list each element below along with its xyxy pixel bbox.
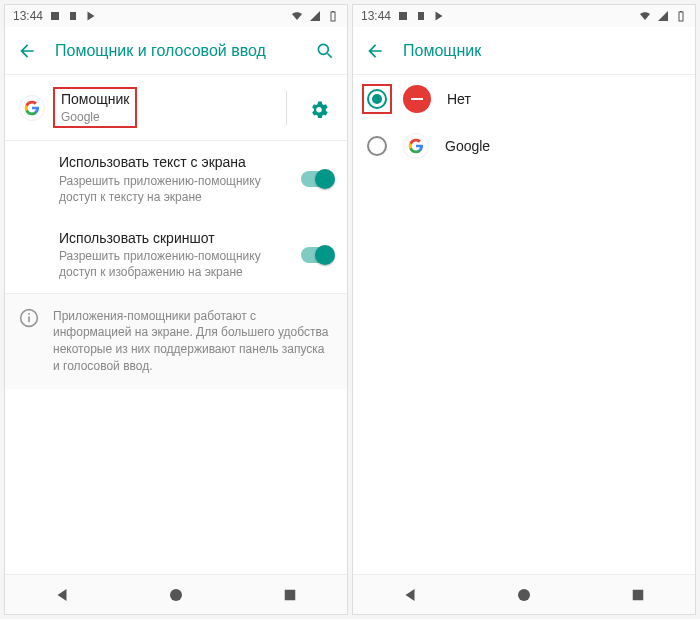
radio-selected[interactable]	[367, 89, 387, 109]
phone-right: 13:44 Помощник Нет	[352, 4, 696, 615]
svg-rect-1	[331, 12, 335, 21]
gear-icon	[308, 97, 330, 119]
nav-back-icon[interactable]	[53, 586, 71, 604]
page-title: Помощник и голосовой ввод	[55, 42, 297, 60]
back-button[interactable]	[361, 37, 389, 65]
wifi-icon	[639, 10, 651, 22]
svg-rect-10	[679, 12, 683, 21]
notification-icon	[49, 10, 61, 22]
option-google-row[interactable]: Google	[353, 123, 695, 169]
info-text: Приложения-помощники работают с информац…	[53, 308, 333, 375]
notification-icon	[415, 10, 427, 22]
radio-unselected[interactable]	[367, 136, 387, 156]
svg-point-12	[518, 589, 530, 601]
status-time: 13:44	[361, 9, 391, 23]
svg-point-7	[170, 589, 182, 601]
nav-bar	[353, 574, 695, 614]
google-logo-icon	[403, 133, 429, 159]
use-screenshot-toggle[interactable]	[301, 247, 333, 263]
nav-home-icon[interactable]	[515, 586, 533, 604]
svg-rect-9	[399, 12, 407, 20]
divider	[286, 91, 287, 125]
svg-rect-6	[28, 313, 30, 315]
highlight-box: Помощник Google	[53, 87, 137, 128]
option-none-label: Нет	[447, 91, 471, 107]
option-google-label: Google	[445, 138, 490, 154]
phone-left: 13:44 Помощник и голосовой ввод	[4, 4, 348, 615]
assistant-title: Помощник	[61, 90, 129, 108]
play-icon	[85, 10, 97, 22]
status-time: 13:44	[13, 9, 43, 23]
use-text-row[interactable]: Использовать текст с экрана Разрешить пр…	[5, 141, 347, 217]
svg-rect-2	[332, 11, 334, 12]
info-icon	[19, 308, 39, 328]
use-text-sub: Разрешить приложению-помощнику доступ к …	[59, 173, 287, 205]
status-bar: 13:44	[5, 5, 347, 27]
wifi-icon	[291, 10, 303, 22]
svg-rect-8	[285, 589, 296, 600]
assistant-app-row[interactable]: Помощник Google	[5, 75, 347, 141]
nav-recent-icon[interactable]	[281, 586, 299, 604]
search-icon	[315, 41, 335, 61]
use-screenshot-row[interactable]: Использовать скриншот Разрешить приложен…	[5, 217, 347, 293]
search-button[interactable]	[311, 37, 339, 65]
battery-icon	[675, 10, 687, 22]
app-bar: Помощник	[353, 27, 695, 75]
google-logo-icon	[19, 95, 45, 121]
svg-rect-13	[633, 589, 644, 600]
content-area: Помощник Google Использовать текст с экр…	[5, 75, 347, 574]
signal-icon	[657, 10, 669, 22]
arrow-back-icon	[17, 41, 37, 61]
page-title: Помощник	[403, 42, 687, 60]
svg-point-3	[318, 44, 328, 54]
use-text-toggle[interactable]	[301, 171, 333, 187]
settings-button[interactable]	[305, 94, 333, 122]
nav-back-icon[interactable]	[401, 586, 419, 604]
svg-rect-5	[28, 316, 30, 322]
use-text-title: Использовать текст с экрана	[59, 153, 287, 171]
info-section: Приложения-помощники работают с информац…	[5, 293, 347, 389]
arrow-back-icon	[365, 41, 385, 61]
notification-icon	[397, 10, 409, 22]
battery-icon	[327, 10, 339, 22]
assistant-sub: Google	[61, 109, 129, 125]
content-area: Нет Google	[353, 75, 695, 574]
svg-rect-11	[680, 11, 682, 12]
use-screenshot-sub: Разрешить приложению-помощнику доступ к …	[59, 248, 287, 280]
play-icon	[433, 10, 445, 22]
signal-icon	[309, 10, 321, 22]
option-none-row[interactable]: Нет	[353, 75, 695, 123]
svg-rect-0	[51, 12, 59, 20]
use-screenshot-title: Использовать скриншот	[59, 229, 287, 247]
none-icon	[403, 85, 431, 113]
back-button[interactable]	[13, 37, 41, 65]
highlight-box	[362, 84, 392, 114]
status-bar: 13:44	[353, 5, 695, 27]
notification-icon	[67, 10, 79, 22]
nav-recent-icon[interactable]	[629, 586, 647, 604]
nav-bar	[5, 574, 347, 614]
app-bar: Помощник и голосовой ввод	[5, 27, 347, 75]
nav-home-icon[interactable]	[167, 586, 185, 604]
